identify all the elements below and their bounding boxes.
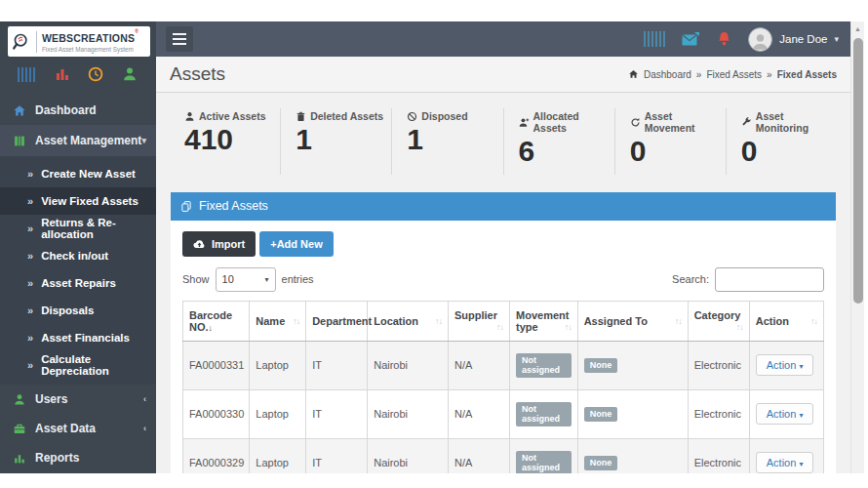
sidebar-quick-icons	[0, 62, 156, 86]
scroll-up-arrow-icon[interactable]: ▲	[851, 21, 864, 35]
assigned-badge: None	[584, 456, 618, 470]
asset-management-submenu: »Create New Asset »View Fixed Assets »Re…	[0, 156, 156, 385]
show-label: Show	[182, 273, 210, 285]
cell-department: IT	[306, 389, 368, 438]
panel-title: Fixed Assets	[199, 199, 268, 213]
avatar	[748, 27, 772, 52]
sidebar-subitem-calculate-depreciation[interactable]: »Calculate Depreciation	[0, 351, 156, 379]
breadcrumb-item[interactable]: Dashboard	[644, 69, 691, 80]
sidebar-item-asset-data[interactable]: Asset Data ‹	[0, 414, 156, 443]
sidebar-item-label: Asset Data	[35, 422, 96, 435]
caret-down-icon: ▾	[834, 34, 839, 44]
page-size-select[interactable]: 10 ▾	[216, 267, 276, 292]
cell-barcode: FA0000329	[183, 438, 250, 473]
entries-label: entries	[282, 273, 314, 285]
sidebar-item-label: Users	[35, 392, 67, 406]
sidebar-subitem-asset-financials[interactable]: »Asset Financials	[0, 324, 156, 351]
ban-icon	[407, 111, 417, 122]
action-button[interactable]: Action ▾	[756, 403, 814, 425]
sidebar-subitem-view-fixed-assets[interactable]: »View Fixed Assets	[0, 187, 156, 215]
sidebar-subitem-create-new-asset[interactable]: »Create New Asset	[0, 160, 156, 187]
fixed-assets-panel: Fixed Assets Import +Add New Show 10	[171, 192, 836, 474]
sidebar-item-users[interactable]: Users ‹	[0, 385, 156, 414]
import-button[interactable]: Import	[182, 231, 256, 257]
col-header-action[interactable]: Action↑↓	[749, 301, 823, 341]
magnifier-logo-icon	[12, 31, 33, 53]
sidebar-subitem-disposals[interactable]: »Disposals	[0, 297, 156, 324]
table-header-row: Barcode NO.↓ Name↑↓ Department Location↑…	[183, 301, 824, 341]
user-icon	[13, 393, 26, 406]
bar-chart-icon	[13, 452, 26, 465]
double-arrow-icon: »	[27, 277, 33, 289]
col-header-movement-type[interactable]: Movement type↑↓	[510, 301, 578, 341]
barcode-icon[interactable]	[644, 31, 665, 47]
sort-icon: ↑↓	[435, 316, 442, 326]
menu-toggle-button[interactable]	[166, 26, 193, 52]
caret-down-icon: ▾	[799, 362, 803, 371]
stat-value: 6	[519, 135, 614, 169]
action-button[interactable]: Action ▾	[756, 354, 814, 376]
sort-icon: ↑↓	[496, 322, 503, 332]
scrollbar-thumb[interactable]	[853, 38, 863, 304]
breadcrumb-separator: »	[696, 69, 702, 80]
sidebar-subitem-check-in-out[interactable]: »Check in/out	[0, 242, 156, 269]
panel-body: Import +Add New Show 10 ▾ entries Search…	[171, 221, 836, 474]
breadcrumb: Dashboard » Fixed Assets » Fixed Assets	[628, 69, 837, 80]
sidebar-item-asset-management[interactable]: Asset Management ▾	[0, 125, 156, 156]
logo-divider	[36, 31, 37, 53]
trash-icon	[296, 111, 306, 122]
brand-logo[interactable]: WEBSCREATIONS® Fixed Asset Management Sy…	[8, 26, 150, 57]
stat-asset-monitoring: Asset Monitoring 0	[726, 108, 837, 175]
breadcrumb-item[interactable]: Fixed Assets	[706, 69, 762, 80]
bell-icon[interactable]	[717, 31, 731, 47]
table-row: FA0000331 Laptop IT Nairobi N/A Not assi…	[183, 341, 824, 389]
col-header-barcode[interactable]: Barcode NO.↓	[183, 301, 250, 341]
col-header-supplier[interactable]: Supplier↑↓	[448, 301, 509, 341]
add-new-button[interactable]: +Add New	[259, 231, 333, 257]
action-button[interactable]: Action ▾	[756, 452, 814, 473]
sidebar-subitem-asset-repairs[interactable]: »Asset Repairs	[0, 269, 156, 297]
double-arrow-icon: »	[27, 250, 33, 262]
sort-icon: ↑↓	[736, 322, 743, 332]
stat-active-assets: Active Assets 410	[170, 108, 280, 175]
sidebar-item-label: Dashboard	[35, 103, 97, 117]
sidebar-subitem-returns-reallocation[interactable]: »Returns & Re-allocation	[0, 215, 156, 242]
page-title: Assets	[170, 63, 225, 85]
col-header-name[interactable]: Name↑↓	[250, 301, 306, 341]
vertical-scrollbar[interactable]: ▲	[850, 21, 864, 473]
col-header-category[interactable]: Category↑↓	[688, 301, 749, 341]
chevron-left-icon: ‹	[143, 394, 146, 404]
sidebar-item-dashboard[interactable]: Dashboard	[0, 96, 156, 125]
briefcase-icon	[13, 423, 26, 435]
wrench-icon	[741, 117, 752, 128]
bar-chart-icon[interactable]	[54, 66, 71, 82]
home-icon	[628, 69, 639, 79]
search-input[interactable]	[715, 267, 824, 292]
breadcrumb-item-current: Fixed Assets	[777, 69, 837, 80]
user-icon[interactable]	[121, 66, 138, 82]
copy-icon	[180, 200, 192, 213]
col-header-department[interactable]: Department	[306, 301, 368, 341]
stat-disposed: Disposed 1	[391, 108, 502, 175]
table-row: FA0000329 Laptop IT Nairobi N/A Not assi…	[183, 438, 824, 473]
cell-name: Laptop	[250, 341, 306, 389]
home-icon	[13, 104, 26, 117]
assigned-badge: None	[584, 407, 618, 422]
sidebar-item-reports[interactable]: Reports	[0, 443, 156, 472]
double-arrow-icon: »	[27, 332, 33, 344]
stat-value: 0	[630, 135, 726, 169]
cell-category: Electronic	[688, 389, 749, 438]
mail-icon[interactable]	[682, 32, 700, 47]
barcode-icon[interactable]	[18, 67, 37, 82]
caret-down-icon: ▾	[799, 411, 803, 420]
cell-location: Nairobi	[368, 341, 449, 389]
clock-icon[interactable]	[87, 66, 104, 82]
col-header-location[interactable]: Location↑↓	[368, 301, 449, 341]
cell-category: Electronic	[688, 341, 749, 389]
caret-down-icon: ▾	[265, 275, 269, 284]
cell-department: IT	[306, 341, 368, 389]
sidebar-item-partial[interactable]	[0, 472, 156, 473]
col-header-assigned-to[interactable]: Assigned To↑↓	[577, 301, 688, 341]
user-menu[interactable]: Jane Doe ▾	[748, 27, 839, 52]
sort-icon: ↑↓	[810, 316, 817, 326]
